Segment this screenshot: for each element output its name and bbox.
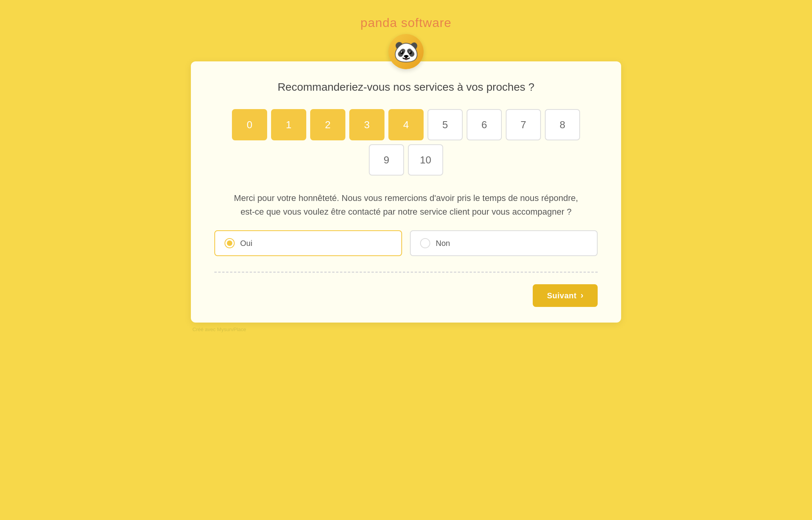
main-card: Recommanderiez-vous nos services à vos p… <box>191 61 621 323</box>
radio-options-container: OuiNon <box>214 230 598 256</box>
score-button-3[interactable]: 3 <box>349 109 384 140</box>
score-button-4[interactable]: 4 <box>388 109 424 140</box>
follow-up-text: Merci pour votre honnêteté. Nous vous re… <box>230 191 582 219</box>
panda-emoji: 🐼 <box>393 40 419 64</box>
radio-option-non[interactable]: Non <box>410 230 598 256</box>
score-button-0[interactable]: 0 <box>232 109 267 140</box>
radio-label-oui: Oui <box>240 239 252 248</box>
chevron-right-icon: › <box>580 290 584 301</box>
footer-left-text: Créé avec MysurvPlace <box>192 326 246 332</box>
score-buttons-container: 012345678910 <box>214 109 598 176</box>
score-button-8[interactable]: 8 <box>545 109 580 140</box>
radio-label-non: Non <box>436 239 450 248</box>
header: panda software 🐼 <box>361 16 452 69</box>
score-button-6[interactable]: 6 <box>467 109 502 140</box>
score-button-2[interactable]: 2 <box>310 109 345 140</box>
next-button-label: Suivant <box>547 291 577 300</box>
brand-name: panda software <box>361 16 452 30</box>
score-button-7[interactable]: 7 <box>506 109 541 140</box>
radio-option-oui[interactable]: Oui <box>214 230 402 256</box>
score-button-1[interactable]: 1 <box>271 109 306 140</box>
score-button-5[interactable]: 5 <box>428 109 463 140</box>
next-button[interactable]: Suivant › <box>533 284 598 307</box>
panda-logo: 🐼 <box>388 34 424 69</box>
divider <box>214 272 598 273</box>
page-footer: Créé avec MysurvPlace <box>191 326 621 332</box>
question-title: Recommanderiez-vous nos services à vos p… <box>214 81 598 93</box>
score-button-9[interactable]: 9 <box>369 144 404 176</box>
footer-row: Suivant › <box>214 284 598 307</box>
radio-circle-oui <box>225 238 235 248</box>
score-button-10[interactable]: 10 <box>408 144 443 176</box>
radio-circle-non <box>420 238 430 248</box>
